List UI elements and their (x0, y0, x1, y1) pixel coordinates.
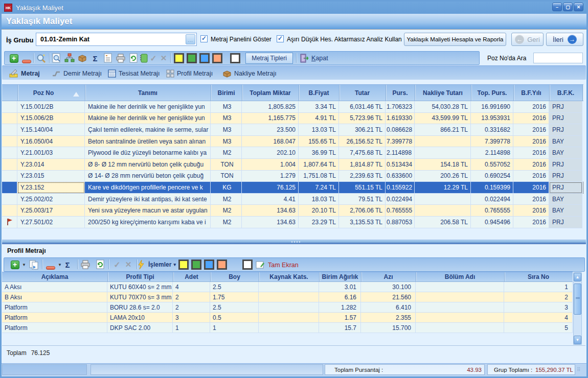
title-bar[interactable]: HK Yaklaşık Maliyet – ▢ ✕ (2, 2, 586, 14)
main-cell[interactable]: Makine ile her derinlik ve her genişlikt… (85, 113, 211, 125)
profil-cell[interactable]: 2 (504, 292, 573, 302)
main-cell[interactable]: 3,135.53 TL (339, 217, 386, 228)
main-table-row[interactable]: Y.15.001/2BMakine ile her derinlik ve he… (2, 101, 583, 113)
profil-cell[interactable]: A Aksı (2, 282, 107, 292)
profil-cell[interactable]: Platform (2, 302, 107, 313)
profil-table-row[interactable]: PlatformDKP SAC 2.001115.715.7005 (2, 323, 573, 333)
main-cell[interactable]: 4.91 TL (299, 113, 339, 125)
main-table-row[interactable]: Y.15.006/2BMakine ile her derinlik ve he… (2, 113, 583, 125)
remove-icon[interactable] (21, 56, 32, 66)
confirm-icon[interactable]: ✓ (112, 259, 122, 270)
scroll-down-button[interactable]: ▼ (574, 336, 581, 344)
main-cell[interactable]: 18.03 TL (299, 194, 339, 205)
main-cell[interactable] (2, 113, 17, 125)
main-cell[interactable]: 2016 (513, 217, 549, 228)
hesapla-raporla-button[interactable]: Yaklaşık Maliyeti Hesapla ve Raporla (404, 33, 506, 46)
main-cell[interactable]: 7.24 TL (299, 182, 339, 194)
main-cell[interactable]: 13.03 TL (299, 124, 339, 136)
main-cell[interactable] (2, 136, 17, 148)
main-cell[interactable] (2, 205, 17, 217)
main-cell[interactable]: Beton santralinde üretilen veya satın al… (85, 136, 211, 148)
profil-col-header[interactable]: Sıra No (504, 272, 573, 281)
profil-cell[interactable]: Platform (2, 323, 107, 333)
main-cell[interactable]: M2 (211, 194, 242, 205)
main-cell[interactable]: 0.633600 (386, 171, 415, 182)
main-cell[interactable]: 7.399778 (471, 136, 513, 148)
ileri-button[interactable]: İleri → (546, 33, 583, 46)
main-cell[interactable]: 2016 (513, 171, 549, 182)
main-cell[interactable]: M2 (211, 217, 242, 228)
main-cell[interactable]: Y.16.050/04 (17, 136, 85, 148)
tab-profil-metraj-[interactable]: Profil Metrajı (166, 67, 213, 79)
main-cell[interactable]: 306.21 TL (339, 124, 386, 136)
islemler-button[interactable]: İşlemler▾ (136, 259, 176, 270)
panel-splitter[interactable] (2, 240, 586, 244)
main-cell[interactable]: 1.706323 (386, 101, 415, 113)
metraj-color-swatch-1[interactable] (174, 53, 184, 63)
sigma-icon[interactable]: Σ (90, 53, 100, 63)
is-grubu-ellipsis-button[interactable]: ... (186, 34, 195, 44)
profil-cell[interactable]: Platform (2, 313, 107, 323)
profil-col-header[interactable]: Boy (210, 272, 259, 281)
profil-cell[interactable] (259, 323, 319, 333)
preview-icon[interactable] (52, 53, 62, 63)
main-cell[interactable]: BAY (549, 194, 582, 205)
main-cell[interactable] (2, 147, 17, 159)
main-cell[interactable]: 12.29 TL (415, 182, 471, 194)
main-cell[interactable]: 20.10 TL (299, 205, 339, 217)
scroll-thumb[interactable] (574, 284, 581, 315)
main-col-header[interactable]: Birimi (211, 85, 242, 101)
tab-tesisat-metraj-[interactable]: Tesisat Metrajı (108, 67, 160, 79)
profil-cell[interactable]: 4 (173, 282, 210, 292)
profil-table-scrollbar[interactable]: ▲▼ (573, 272, 582, 345)
main-cell[interactable]: 2,239.63 TL (339, 171, 386, 182)
main-cell[interactable] (2, 159, 17, 171)
main-cell[interactable]: Y.25.003/17 (17, 205, 85, 217)
profil-col-header[interactable]: Açıklama (2, 272, 107, 281)
search-icon[interactable] (36, 53, 46, 63)
profil-cell[interactable]: 1 (173, 323, 210, 333)
minimize-button[interactable]: – (552, 3, 562, 11)
main-cell[interactable]: PRJ (549, 171, 582, 182)
resize-grip[interactable]: ⠿ (577, 367, 585, 375)
lightning-icon[interactable] (136, 259, 146, 270)
profil-cell[interactable]: DKP SAC 2.00 (107, 323, 173, 333)
profil-cell[interactable]: LAMA 20x10 (107, 313, 173, 323)
profil-table-row[interactable]: PlatformLAMA 20x1030.51.572.3554 (2, 313, 573, 323)
main-cell[interactable]: KG (211, 182, 242, 194)
profil-col-header[interactable]: Azı (361, 272, 416, 281)
profil-cell[interactable]: 0.5 (210, 313, 259, 323)
main-cell[interactable]: Plywood ile düz yüzeyli betonarme kalıbı… (85, 147, 211, 159)
profil-cell[interactable]: 3.01 (319, 282, 361, 292)
print-icon[interactable] (80, 259, 91, 270)
profil-cell[interactable] (416, 313, 504, 323)
main-cell[interactable]: 0.331682 (471, 124, 513, 136)
main-col-header[interactable]: Tanımı (85, 85, 211, 101)
main-cell[interactable]: 23.29 TL (299, 217, 339, 228)
main-cell[interactable]: 7,475.68 TL (339, 147, 386, 159)
main-cell[interactable]: 43,599.99 TL (415, 113, 471, 125)
fullscreen-icon[interactable] (255, 260, 265, 270)
geri-button[interactable]: ← Geri (511, 33, 544, 46)
profil-col-header[interactable]: Birim Ağırlık (319, 272, 361, 281)
add-icon[interactable]: + (9, 53, 19, 63)
main-cell[interactable] (2, 124, 17, 136)
main-cell[interactable]: 2016 (513, 159, 549, 171)
main-cell[interactable]: 0.513434 (386, 159, 415, 171)
main-cell[interactable]: Y.27.501/02 (17, 217, 85, 228)
main-cell[interactable]: 200/250 kg kireç/çimento karışımı kaba v… (85, 217, 211, 228)
main-cell[interactable]: Y.15.006/2B (17, 113, 85, 125)
profil-cell[interactable]: KUTU 60X40 s= 2 mm (107, 282, 173, 292)
is-grubu-combo[interactable]: 01.01-Zemin Kat ... (36, 33, 197, 46)
main-cell[interactable]: 0.086628 (386, 124, 415, 136)
profil-cell[interactable]: 21.560 (361, 292, 416, 302)
profil-cell[interactable]: 30.100 (361, 282, 416, 292)
profil-col-header[interactable]: Adet (173, 272, 210, 281)
profil-cell[interactable]: 15.700 (361, 323, 416, 333)
main-cell[interactable]: 1.619330 (386, 113, 415, 125)
asiri-dusuk-checkbox[interactable] (277, 35, 284, 42)
main-cell[interactable]: 2,706.06 TL (339, 205, 386, 217)
main-cell[interactable]: Y.25.002/02 (17, 194, 85, 205)
profil-color-swatch-5[interactable] (242, 259, 253, 270)
main-cell[interactable]: 13.953931 (471, 113, 513, 125)
